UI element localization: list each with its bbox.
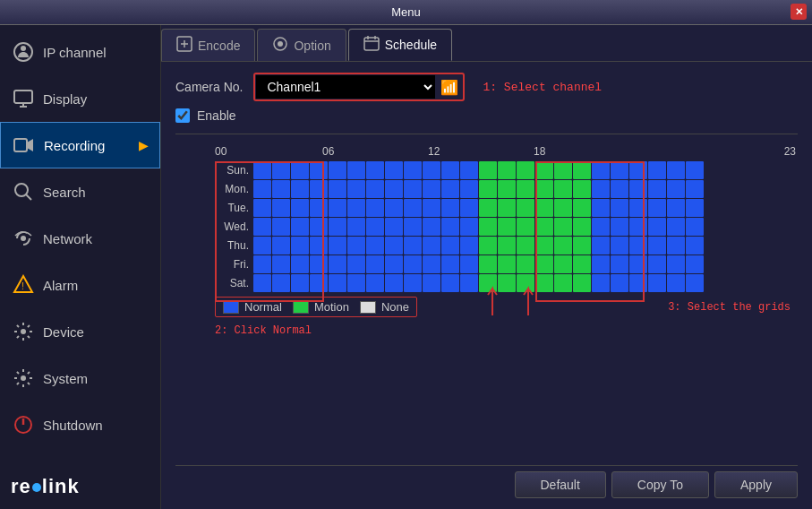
cell[interactable] [686, 161, 704, 179]
cell[interactable] [385, 199, 403, 217]
cell[interactable] [573, 237, 591, 254]
cell[interactable] [667, 161, 685, 179]
cell[interactable] [592, 199, 610, 217]
cell[interactable] [329, 274, 346, 292]
cell[interactable] [517, 199, 534, 217]
cell[interactable] [441, 237, 459, 254]
cell[interactable] [573, 274, 591, 292]
sidebar-item-recording[interactable]: Recording ▶ [0, 122, 160, 168]
cell[interactable] [347, 255, 365, 273]
cell[interactable] [611, 274, 628, 292]
cell[interactable] [667, 274, 685, 292]
sidebar-item-display[interactable]: Display [0, 75, 160, 122]
cell[interactable] [573, 180, 591, 198]
tab-option[interactable]: Option [257, 29, 346, 61]
sidebar-item-network[interactable]: Network [0, 215, 160, 262]
cell[interactable] [347, 161, 365, 179]
cell[interactable] [573, 199, 591, 217]
cell[interactable] [629, 180, 647, 198]
cell[interactable] [498, 180, 516, 198]
cell[interactable] [648, 237, 666, 254]
cell[interactable] [347, 180, 365, 198]
cell[interactable] [611, 237, 628, 254]
cell[interactable] [385, 180, 403, 198]
cell[interactable] [310, 218, 328, 236]
cell[interactable] [479, 180, 497, 198]
cell[interactable] [535, 161, 553, 179]
cell[interactable] [648, 218, 666, 236]
cell[interactable] [310, 237, 328, 254]
cell[interactable] [535, 199, 553, 217]
cell[interactable] [517, 255, 534, 273]
cell[interactable] [460, 161, 478, 179]
cell[interactable] [517, 218, 534, 236]
cell[interactable] [291, 255, 309, 273]
cell[interactable] [611, 255, 628, 273]
cell[interactable] [272, 255, 290, 273]
tab-schedule[interactable]: Schedule [348, 29, 452, 61]
cell[interactable] [347, 274, 365, 292]
cell[interactable] [329, 218, 346, 236]
cell[interactable] [517, 161, 534, 179]
cell[interactable] [517, 274, 534, 292]
cell[interactable] [310, 199, 328, 217]
cell[interactable] [272, 161, 290, 179]
cell[interactable] [629, 161, 647, 179]
cell[interactable] [404, 161, 422, 179]
cell[interactable] [253, 255, 271, 273]
cell[interactable] [611, 161, 628, 179]
cell[interactable] [667, 237, 685, 254]
cell[interactable] [441, 255, 459, 273]
cell[interactable] [479, 161, 497, 179]
cell[interactable] [310, 274, 328, 292]
cell[interactable] [272, 274, 290, 292]
cell[interactable] [554, 237, 572, 254]
apply-button[interactable]: Apply [714, 471, 798, 498]
cell[interactable] [329, 161, 346, 179]
cell[interactable] [479, 274, 497, 292]
enable-checkbox[interactable] [175, 108, 190, 123]
cell[interactable] [423, 218, 440, 236]
cell[interactable] [366, 199, 384, 217]
cell[interactable] [423, 180, 440, 198]
cell[interactable] [366, 161, 384, 179]
cell[interactable] [404, 274, 422, 292]
close-button[interactable]: ✕ [791, 4, 807, 20]
cell[interactable] [460, 218, 478, 236]
cell[interactable] [686, 218, 704, 236]
cell[interactable] [629, 274, 647, 292]
cell[interactable] [423, 237, 440, 254]
cell[interactable] [329, 199, 346, 217]
cell[interactable] [423, 255, 440, 273]
cell[interactable] [648, 274, 666, 292]
cell[interactable] [554, 255, 572, 273]
cell[interactable] [385, 255, 403, 273]
camera-select[interactable]: Channel1 Channel2 Channel3 Channel4 [256, 75, 435, 99]
cell[interactable] [498, 237, 516, 254]
cell[interactable] [460, 255, 478, 273]
cell[interactable] [385, 161, 403, 179]
cell[interactable] [479, 255, 497, 273]
cell[interactable] [498, 274, 516, 292]
cell[interactable] [329, 180, 346, 198]
sidebar-item-device[interactable]: Device [0, 308, 160, 355]
cell[interactable] [272, 180, 290, 198]
cell[interactable] [686, 237, 704, 254]
cell[interactable] [291, 199, 309, 217]
cell[interactable] [329, 237, 346, 254]
cell[interactable] [347, 237, 365, 254]
cell[interactable] [592, 218, 610, 236]
cell[interactable] [648, 180, 666, 198]
cell[interactable] [573, 255, 591, 273]
sidebar-item-alarm[interactable]: ! Alarm [0, 262, 160, 308]
cell[interactable] [347, 218, 365, 236]
cell[interactable] [479, 199, 497, 217]
cell[interactable] [460, 274, 478, 292]
cell[interactable] [573, 161, 591, 179]
cell[interactable] [686, 199, 704, 217]
cell[interactable] [441, 161, 459, 179]
cell[interactable] [404, 255, 422, 273]
cell[interactable] [253, 237, 271, 254]
cell[interactable] [611, 218, 628, 236]
cell[interactable] [629, 237, 647, 254]
